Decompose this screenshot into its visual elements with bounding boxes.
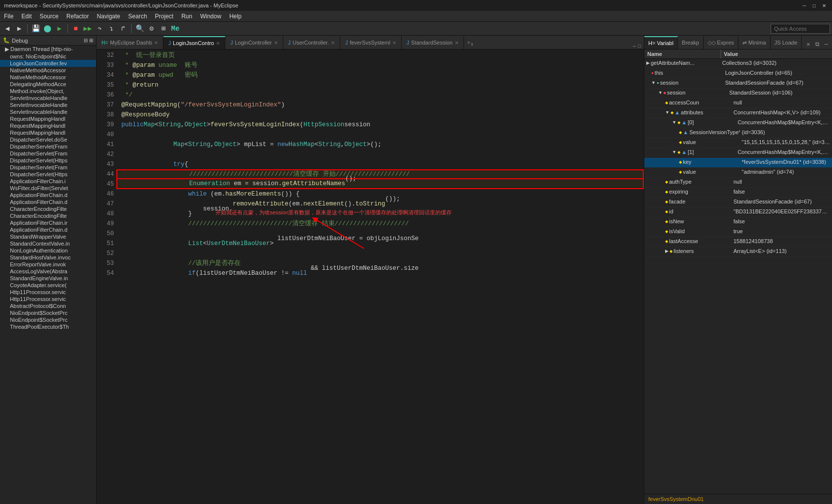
menu-help[interactable]: Help xyxy=(225,11,246,21)
menu-edit[interactable]: Edit xyxy=(17,11,36,21)
sidebar-item-requestmapping2[interactable]: RequestMappingHandl xyxy=(0,122,96,129)
toolbar-forward[interactable]: ▶ xyxy=(14,23,25,34)
var-row-session[interactable]: ▼ ● session StandardSessionFacade (id=67… xyxy=(644,79,832,89)
tab-expressions[interactable]: ◇◇ Expres xyxy=(704,36,738,49)
sidebar-item-nonlogin[interactable]: NonLoginAuthentication xyxy=(0,247,96,254)
tab-close-myeclipse[interactable]: ✕ xyxy=(154,40,158,46)
panel-actions[interactable]: ✕ ⧉ — xyxy=(803,40,832,49)
code-editor[interactable]: * 统一登录首页 * @param uname 账号 * @param upwd… xyxy=(116,50,644,504)
sidebar-item-nioendpoint1[interactable]: NioEndpoint$SocketPrc xyxy=(0,309,96,316)
var-row-sessionversion[interactable]: ◆ ▲ SessionVersionType* (id=3036) xyxy=(644,128,832,138)
sidebar-item-servlet2[interactable]: ServletInvocableHandle xyxy=(0,101,96,108)
sidebar-actions[interactable]: ⊟ ⊞ xyxy=(84,38,93,43)
sidebar-item-threadpool[interactable]: ThreadPoolExecutor$Th xyxy=(0,323,96,330)
toolbar-grid[interactable]: ⊞ xyxy=(158,23,169,34)
var-row-isnew[interactable]: ◆ isNew false xyxy=(644,217,832,227)
toolbar-resume[interactable]: ▶▶ xyxy=(82,23,93,34)
var-row-lastaccess[interactable]: ◆ lastAccesse 1588124108738 xyxy=(644,237,832,247)
var-row-getattr[interactable]: ▶ getAttributeNam... Collections3 (id=30… xyxy=(644,59,832,69)
toolbar-settings[interactable]: ⚙ xyxy=(146,23,157,34)
var-row-val0[interactable]: ◆ value "15,15,15,15,15,15,0,15,28," (id… xyxy=(644,138,832,148)
panel-minimize-icon[interactable]: — xyxy=(823,40,830,49)
tab-std-session[interactable]: J StandardSession ✕ xyxy=(402,36,464,49)
sidebar-item-servlet1[interactable]: ServletInvocableHandle xyxy=(0,95,96,101)
panel-detach-icon[interactable]: ⧉ xyxy=(813,40,822,49)
sidebar-item-errreport[interactable]: ErrorReportValve.invok xyxy=(0,261,96,268)
editor-content[interactable]: 3233343536 3738394041 4243444546 4748495… xyxy=(97,50,644,504)
tab-minima[interactable]: ⇌ Minima xyxy=(738,36,771,49)
sidebar-item-dispatcher3[interactable]: DispatcherServlet(Fram xyxy=(0,150,96,157)
sidebar-item-stdhost[interactable]: StandardHostValve.invoc xyxy=(0,254,96,261)
var-row-id[interactable]: ◆ id "BD3131BE222040EE025FF238337C65E8" … xyxy=(644,207,832,217)
tab-variables[interactable]: H= Variabl xyxy=(644,36,678,49)
sidebar-item-coyote[interactable]: CoyoteAdapter.service( xyxy=(0,282,96,289)
sidebar-item-stdcontext[interactable]: StandardContextValve.in xyxy=(0,240,96,247)
var-row-key[interactable]: ◆ key *feverSvsSystemDnu01* (id=3038) xyxy=(644,158,832,168)
toolbar-back[interactable]: ◀ xyxy=(2,23,13,34)
sidebar-item-dispatcher5[interactable]: DispatcherServlet(Fram xyxy=(0,164,96,171)
tab-fever-svs[interactable]: J feverSvsSysteml ✕ xyxy=(340,36,402,49)
sidebar-item-wsfilter[interactable]: WsFilter.doFilter(Servlet xyxy=(0,185,96,192)
sidebar-item-native2[interactable]: NativeMethodAccessor xyxy=(0,74,96,81)
var-row-listeners[interactable]: ▶ ◆ listeners ArrayList<E> (id=113) xyxy=(644,247,832,257)
toolbar-save[interactable]: 💾 xyxy=(30,23,41,34)
var-row-isvalid[interactable]: ◆ isValid true xyxy=(644,227,832,237)
sidebar-item-dispatcher1[interactable]: DispatcherServlet.doSe xyxy=(0,136,96,143)
toolbar-step-out[interactable]: ↱ xyxy=(118,23,129,34)
sidebar-item-requestmapping1[interactable]: RequestMappingHandl xyxy=(0,115,96,122)
sidebar-item-method[interactable]: Method.invoke(Object, xyxy=(0,88,96,95)
tab-js-loader[interactable]: JS Loade xyxy=(771,36,802,49)
tab-close-login-json[interactable]: ✕ xyxy=(216,41,220,46)
var-row-facade[interactable]: ◆ facade StandardSessionFacade (id=67) xyxy=(644,198,832,207)
menu-window[interactable]: Window xyxy=(196,11,225,21)
sidebar-item-stdwrapper[interactable]: StandardWrapperValve xyxy=(0,233,96,240)
sidebar-item-requestmapping3[interactable]: RequestMappingHandl xyxy=(0,129,96,136)
sidebar-item-delegating[interactable]: DelegatingMethodAcce xyxy=(0,81,96,88)
toolbar-step-over[interactable]: ↷ xyxy=(94,23,105,34)
sidebar-item-charenc2[interactable]: CharacterEncodingFilte xyxy=(0,212,96,219)
menu-file[interactable]: File xyxy=(0,11,17,21)
panel-close-icon[interactable]: ✕ xyxy=(805,40,812,49)
sidebar-item-accesslog[interactable]: AccessLogValve(Abstra xyxy=(0,268,96,275)
tab-login-controller[interactable]: J LoginController ✕ xyxy=(225,36,283,49)
menu-project[interactable]: Project xyxy=(151,11,177,21)
tab-user-controller[interactable]: J UserController. ✕ xyxy=(283,36,340,49)
sidebar-item-owns[interactable]: owns: NioEndpoint$Nic xyxy=(0,53,96,60)
toolbar-debug[interactable]: ⬤ xyxy=(42,23,53,34)
window-controls[interactable]: ─ □ ✕ xyxy=(800,1,828,9)
var-row-accesscoun[interactable]: ◆ accessCoun null xyxy=(644,99,832,108)
sidebar-item-appfilter1[interactable]: ApplicationFilterChain.i xyxy=(0,178,96,185)
var-row-1[interactable]: ▼ ◆ ▲ [1] ConcurrentHashMap$MapEntry<K,V… xyxy=(644,148,832,158)
var-row-authtype[interactable]: ◆ authType null xyxy=(644,178,832,188)
sidebar-item-appfilter4[interactable]: ApplicationFilterChain.ir xyxy=(0,219,96,226)
tab-myeclipse-dash[interactable]: H= MyEclipse Dashb ✕ xyxy=(97,36,163,49)
close-button[interactable]: ✕ xyxy=(820,1,828,9)
toolbar-me[interactable]: Me xyxy=(170,23,181,34)
menu-source[interactable]: Source xyxy=(36,11,62,21)
toolbar-run[interactable]: ▶ xyxy=(54,23,65,34)
sidebar-item-dispatcher4[interactable]: DispatcherServlet(Https xyxy=(0,157,96,164)
sidebar-item-nioendpoint2[interactable]: NioEndpoint$SocketPrc xyxy=(0,316,96,323)
toolbar-step-into[interactable]: ↴ xyxy=(106,23,117,34)
menu-navigate[interactable]: Navigate xyxy=(93,11,124,21)
tab-panel-controls[interactable]: — □ xyxy=(630,44,644,49)
sidebar-item-http11-1[interactable]: Http11Processor.servic xyxy=(0,289,96,296)
sidebar-item-dispatcher2[interactable]: DispatcherServlet(Fram xyxy=(0,143,96,150)
sidebar-item-http11-2[interactable]: Http11Processor.servic xyxy=(0,296,96,302)
tab-close-login-ctrl[interactable]: ✕ xyxy=(274,40,278,46)
minimize-button[interactable]: ─ xyxy=(800,1,808,9)
tab-close-user-ctrl[interactable]: ✕ xyxy=(331,40,335,46)
sidebar-item-servlet3[interactable]: ServletInvocableHandle xyxy=(0,108,96,115)
menu-run[interactable]: Run xyxy=(177,11,196,21)
tab-close-fever-svs[interactable]: ✕ xyxy=(392,40,396,46)
toolbar-stop[interactable]: ■ xyxy=(70,23,81,34)
sidebar-item-stdengine[interactable]: StandardEngineValve.in xyxy=(0,275,96,282)
tab-breakpoints[interactable]: Breakp xyxy=(678,36,704,49)
sidebar-item-charenc1[interactable]: CharacterEncodingFilte xyxy=(0,205,96,212)
sidebar-item-appfilter2[interactable]: ApplicationFilterChain.d xyxy=(0,192,96,199)
sidebar-item-login-json[interactable]: LoginJsonController.fev xyxy=(0,60,96,67)
menu-refactor[interactable]: Refactor xyxy=(62,11,93,21)
var-row-expiring[interactable]: ◆ expiring false xyxy=(644,188,832,198)
panel-minimize-icon[interactable]: — xyxy=(633,44,636,49)
variables-content[interactable]: ▶ getAttributeNam... Collections3 (id=30… xyxy=(644,59,832,494)
